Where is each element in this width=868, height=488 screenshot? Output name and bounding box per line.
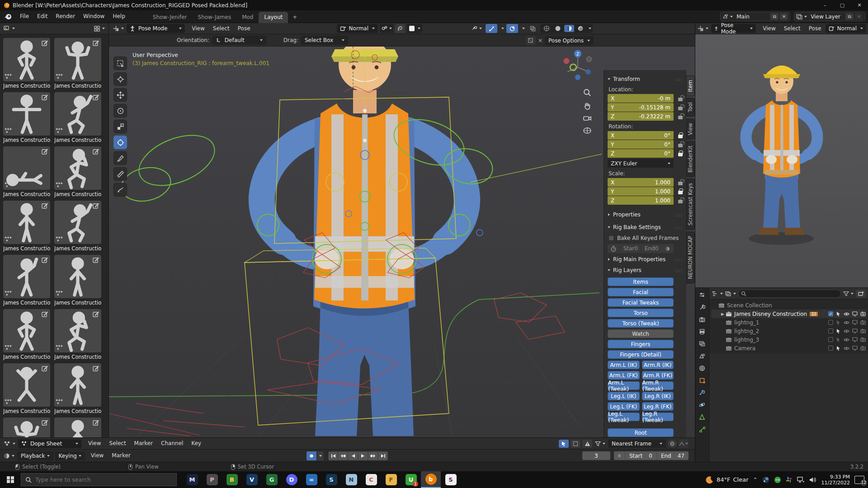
pose-thumbnail[interactable] <box>3 92 50 136</box>
taskbar-app-gameloop[interactable]: G <box>262 471 282 488</box>
pose-asset-card[interactable]: James Construction <box>3 363 50 414</box>
pose-asset-card[interactable]: James Construction <box>54 255 101 306</box>
start-button[interactable] <box>0 471 21 488</box>
viewport2-menu-select[interactable]: Select <box>780 23 805 34</box>
viewport2-menu-pose[interactable]: Pose <box>805 23 826 34</box>
pose-asset-card[interactable]: James Construction <box>54 92 101 143</box>
taskbar-app-manycam[interactable]: M <box>182 471 202 488</box>
collection-checkbox[interactable] <box>828 320 833 325</box>
disable-renders-icon[interactable] <box>860 328 866 333</box>
hide-viewport-icon[interactable] <box>844 312 849 316</box>
dope-sheet-menu-marker[interactable]: Marker <box>130 438 157 449</box>
timeline-editor-icon[interactable] <box>4 453 14 459</box>
filter-icon[interactable] <box>595 441 605 446</box>
close-button[interactable]: ✕ <box>851 0 868 10</box>
transform-orientation-selector[interactable]: Normal <box>337 24 378 33</box>
rig-layer-root-button[interactable]: Root <box>608 428 674 437</box>
operator-panel-icon[interactable] <box>526 36 536 45</box>
pose-asset-card[interactable]: James Construction <box>54 363 101 414</box>
properties-tab-tool-icon[interactable] <box>699 304 705 310</box>
lock-open-icon[interactable] <box>678 107 683 110</box>
main-3d-viewport[interactable]: Pose Mode ViewSelectPose Normal <box>109 23 695 437</box>
scale-y-field[interactable]: Y1.000 <box>608 187 674 196</box>
new-view-layer-button[interactable]: ⧉ <box>845 13 854 20</box>
mode-selector[interactable]: Pose Mode <box>127 24 185 33</box>
selection-box-icon[interactable] <box>571 440 580 448</box>
menu-render[interactable]: Render <box>52 11 79 22</box>
snap-mode-dropdown[interactable]: Nearest Frame <box>608 439 666 448</box>
properties-tab-filter-toggles-icon[interactable] <box>699 292 705 298</box>
outliner-row-lightng-1[interactable]: lightng_1 <box>711 318 867 327</box>
dope-sheet-menu-view[interactable]: View <box>84 438 105 449</box>
sidebar-tab-screencast-keys[interactable]: Screencast Keys <box>686 178 695 230</box>
clock-widget[interactable]: 9:33 PM 11/27/2022 <box>821 474 850 486</box>
scale-x-field[interactable]: X1.000 <box>608 178 674 187</box>
properties-tab-modifiers-icon[interactable] <box>699 389 705 396</box>
overlays-toggle[interactable] <box>506 24 518 33</box>
selectable-icon[interactable] <box>836 328 841 333</box>
pose-thumbnail[interactable] <box>54 146 101 190</box>
object-visibility-dropdown[interactable] <box>470 24 483 33</box>
pose-thumbnail[interactable] <box>54 38 101 81</box>
sidebar-tab-tool[interactable]: Tool <box>686 98 695 117</box>
view-layer-selector[interactable]: View Layer ⧉ ✕ <box>794 12 865 21</box>
weather-widget[interactable]: 84°F Clear <box>706 476 749 484</box>
selectable-icon[interactable] <box>836 346 841 351</box>
stopwatch-icon[interactable] <box>608 246 620 252</box>
pose-thumbnail[interactable] <box>3 38 50 81</box>
lock-open-icon[interactable] <box>678 116 683 119</box>
taskbar-app-slack[interactable]: S <box>441 471 461 488</box>
pose-thumbnail[interactable] <box>3 146 50 190</box>
tool-rotate-button[interactable] <box>113 104 127 117</box>
disable-viewports-icon[interactable] <box>852 337 858 342</box>
disable-renders-icon[interactable] <box>860 346 866 351</box>
auto-keying-dropdown[interactable] <box>317 451 324 460</box>
pose-asset-card[interactable]: James Construction <box>3 418 50 437</box>
rotation-x-field[interactable]: X0° <box>608 131 674 140</box>
rotation-mode-dropdown[interactable]: ZXY Euler <box>608 159 674 168</box>
rig-layer-fingers-button[interactable]: Fingers <box>608 340 674 348</box>
disable-renders-icon[interactable] <box>860 311 866 316</box>
shading-solid-button[interactable] <box>553 25 563 32</box>
tool-scale-button[interactable] <box>113 120 127 133</box>
scale-z-field[interactable]: Z1.000 <box>608 196 674 205</box>
next-keyframe-button[interactable] <box>368 452 377 460</box>
rig-layer-leg-l-ik-button[interactable]: Leg.L (IK) <box>608 392 640 400</box>
dope-sheet-menu-select[interactable]: Select <box>105 438 130 449</box>
sidebar-tab-view[interactable]: View <box>686 118 695 140</box>
sidebar-tab-item[interactable]: Item <box>686 75 695 96</box>
pose-options-dropdown[interactable]: Pose Options <box>545 36 594 45</box>
hide-viewport-icon[interactable] <box>844 346 849 351</box>
menu-edit[interactable]: Edit <box>33 11 52 22</box>
properties-tab-view-layer-icon[interactable] <box>699 341 705 347</box>
outliner-row-james-disney-construction[interactable]: ▶James Disney Construction32✓ <box>711 310 867 318</box>
snap-settings-button[interactable] <box>380 24 393 33</box>
navigation-gizmo[interactable]: Z <box>561 49 594 85</box>
toggle-perspective-icon[interactable] <box>583 127 592 135</box>
notification-center-icon[interactable]: 12 <box>854 476 864 484</box>
lock-open-icon[interactable] <box>678 200 683 203</box>
pose-thumbnail[interactable] <box>54 363 101 407</box>
rig-layer-arm-l-ik-button[interactable]: Arm.L (IK) <box>608 361 640 369</box>
zoom-icon[interactable] <box>583 88 592 97</box>
hide-viewport-icon[interactable] <box>844 329 849 333</box>
pose-thumbnail[interactable] <box>3 255 50 298</box>
new-collection-button[interactable] <box>856 290 866 298</box>
lock-closed-icon[interactable] <box>678 191 683 194</box>
edit-pose-icon[interactable] <box>93 148 99 155</box>
shading-rendered-button[interactable] <box>576 25 585 32</box>
tool-select-box-button[interactable] <box>113 56 127 70</box>
taskbar-app-steam[interactable]: S <box>321 471 341 488</box>
dope-sheet-editor-icon[interactable] <box>4 441 15 446</box>
preview-viewport[interactable] <box>695 34 868 288</box>
blender-menu-logo-icon[interactable] <box>5 14 12 20</box>
outliner-filter-icon[interactable] <box>843 291 854 296</box>
edit-pose-icon[interactable] <box>93 94 99 101</box>
taskbar-app-vsdc[interactable]: V <box>242 471 262 488</box>
tool-move-button[interactable] <box>113 88 127 102</box>
pose-thumbnail[interactable] <box>54 309 101 352</box>
taskbar-app-paint-3d[interactable]: P <box>202 471 222 488</box>
keying-dropdown[interactable]: Keying <box>55 451 85 460</box>
pose-asset-card[interactable]: James Construction <box>54 146 101 197</box>
viewport2-editor-icon[interactable] <box>697 25 708 32</box>
